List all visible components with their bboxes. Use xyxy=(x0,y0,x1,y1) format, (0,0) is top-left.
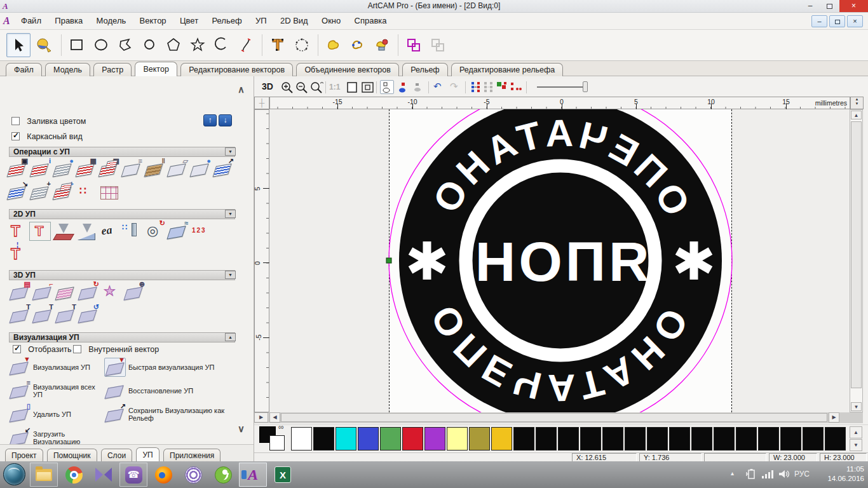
menu-2dview[interactable]: 2D Вид xyxy=(275,13,314,25)
tab-file[interactable]: Файл xyxy=(6,63,42,77)
drill-toolpath-icon[interactable]: ∷ xyxy=(121,222,142,241)
toolpath-notes-icon[interactable]: ≡ xyxy=(121,159,142,179)
menu-window[interactable]: Окно xyxy=(316,13,346,25)
window-restore-button[interactable] xyxy=(820,0,839,12)
palette-swatch[interactable] xyxy=(558,427,579,451)
toolpath-operations-header[interactable]: Операции с УП xyxy=(9,147,235,157)
inlay-toolpath-icon[interactable] xyxy=(6,245,28,264)
tool-database-icon[interactable]: ‖ xyxy=(144,159,165,179)
language-indicator[interactable]: РУС xyxy=(794,470,810,478)
2d-toolpaths-header[interactable]: 2D УП xyxy=(9,209,235,219)
save-simulation-item[interactable]: ↗ Сохранить Визуализацию как Рельеф xyxy=(104,405,250,424)
taskbar-chrome-button[interactable] xyxy=(60,463,88,487)
arc-tool-button[interactable] xyxy=(210,33,234,57)
vector-start-node[interactable] xyxy=(386,258,391,263)
spiral-machining-icon[interactable]: ↻ xyxy=(78,283,99,302)
simulate-all-item[interactable]: ≡ Визуализация всех УП xyxy=(9,381,104,400)
taskbar-media-viewer-button[interactable] xyxy=(209,463,237,487)
volume-icon[interactable] xyxy=(778,468,790,482)
2d-toolpaths-collapse-button[interactable]: ▼ xyxy=(225,210,236,218)
bevel-carve-icon[interactable] xyxy=(75,222,97,241)
tab-model[interactable]: Модель xyxy=(45,63,90,77)
primary-colour-indicator[interactable]: ∞ xyxy=(259,426,287,452)
wireframe-checkbox[interactable] xyxy=(11,132,20,140)
window-minimize-button[interactable]: – xyxy=(801,0,820,12)
palette-swatch[interactable] xyxy=(402,427,423,451)
quick-simulate-item[interactable]: ▼ Быстрая визуализация УП xyxy=(104,358,250,377)
star-tool-button[interactable] xyxy=(186,33,210,57)
export-toolpath-icon[interactable]: ↗ xyxy=(212,159,234,179)
taskbar-artcam-button[interactable]: A xyxy=(239,463,267,487)
3d-toolpaths-header[interactable]: 3D УП xyxy=(9,270,235,280)
pan-mode-button[interactable]: ▶ xyxy=(254,412,268,423)
taskbar-excel-button[interactable]: X xyxy=(269,463,297,487)
measure-tool-button[interactable] xyxy=(32,33,56,57)
tab-assistant[interactable]: Помощник xyxy=(47,449,97,461)
nest-toolpaths-icon[interactable]: ∷ xyxy=(75,182,97,201)
machine-border-icon[interactable] xyxy=(100,283,122,302)
panel-scroll-down-icon[interactable]: ∨ xyxy=(238,423,245,435)
delete-simulation-item[interactable]: ▯ Удалить УП xyxy=(9,405,104,424)
zoom-in-button[interactable] xyxy=(280,80,295,94)
delete-material-icon[interactable]: ● xyxy=(189,159,211,179)
toolpath-operations-collapse-button[interactable]: ▼ xyxy=(225,147,236,156)
window-close-button[interactable]: × xyxy=(839,0,868,12)
import-toolpath-icon[interactable]: ↘ xyxy=(6,182,28,201)
toolpath-template-icon[interactable] xyxy=(98,182,119,201)
simulate-block-icon[interactable]: ● xyxy=(52,159,74,179)
child-close-button[interactable]: × xyxy=(847,15,863,27)
freeform-tool-button[interactable] xyxy=(113,33,137,57)
zoom-1to1-button[interactable]: 1:1 xyxy=(329,83,340,97)
snap-centers-button[interactable] xyxy=(510,80,522,94)
tab-project[interactable]: Проект xyxy=(5,449,43,461)
palette-down-button[interactable]: ▼ xyxy=(850,439,862,451)
scroll-left-button[interactable]: ◀ xyxy=(269,412,280,423)
rectangle-tool-button[interactable] xyxy=(65,33,89,57)
menu-vector[interactable]: Вектор xyxy=(134,13,172,25)
smart-engraving-icon[interactable] xyxy=(98,222,119,241)
snap-objects-button[interactable] xyxy=(470,80,482,94)
zoom-objects-button[interactable] xyxy=(360,80,376,94)
palette-swatch[interactable] xyxy=(336,427,356,451)
toolpath-summary-icon[interactable]: i xyxy=(29,159,51,179)
trim-vectors-button[interactable] xyxy=(370,33,394,57)
relief-toolpath-3-icon[interactable]: T xyxy=(55,306,76,325)
palette-swatch[interactable] xyxy=(424,427,445,451)
tab-layers[interactable]: Слои xyxy=(101,449,132,461)
polyline-tool-button[interactable] xyxy=(234,33,258,57)
tab-vector-editing[interactable]: Редактирование векторов xyxy=(180,63,293,77)
palette-swatch[interactable] xyxy=(780,427,801,451)
child-restore-button[interactable] xyxy=(829,15,845,27)
feature-machining-icon[interactable]: ⌐ xyxy=(32,283,53,302)
palette-swatch[interactable] xyxy=(491,427,512,451)
palette-swatch[interactable] xyxy=(313,427,334,451)
batch-calculate-icon[interactable]: ▦ xyxy=(98,159,119,179)
fluting-icon[interactable]: ≈ xyxy=(166,222,188,241)
z-level-roughing-icon[interactable] xyxy=(55,283,76,302)
simulate-toolpath-item[interactable]: ▼ Визуализация УП xyxy=(9,358,104,377)
undo-relief-icon[interactable]: ↺ xyxy=(78,306,99,325)
horizontal-scrollbar[interactable]: ▶ ◀ ▶ xyxy=(254,412,863,423)
group-vectors-button[interactable] xyxy=(402,33,426,57)
menu-model[interactable]: Модель xyxy=(91,13,132,25)
weld-vectors-button[interactable] xyxy=(322,33,346,57)
palette-swatch[interactable] xyxy=(714,427,735,451)
relief-toolpath-1-icon[interactable]: T xyxy=(9,306,31,325)
tray-hidden-icons-button[interactable]: ▴ xyxy=(731,470,734,477)
palette-up-button[interactable]: ▲ xyxy=(850,426,862,438)
tab-relief-editing[interactable]: Редактирование рельефа xyxy=(451,63,563,77)
horizontal-scroll-thumb[interactable] xyxy=(281,413,827,422)
ruler-origin-button[interactable]: ┼ xyxy=(254,97,269,109)
taskbar-bitcomet-button[interactable] xyxy=(179,463,207,487)
profile-toolpath-icon[interactable] xyxy=(6,222,28,241)
tab-vector[interactable]: Вектор xyxy=(135,62,177,76)
toolpath-simulation-header[interactable]: Визуализация УП xyxy=(9,332,235,342)
vertical-scroll-thumb[interactable] xyxy=(851,121,862,388)
text-on-circle-tool-button[interactable] xyxy=(290,33,314,57)
tab-addins[interactable]: Приложения xyxy=(163,449,220,461)
menu-toolpaths[interactable]: УП xyxy=(250,13,273,25)
relief-toolpath-2-icon[interactable]: T xyxy=(32,306,53,325)
power-icon[interactable] xyxy=(746,468,757,482)
3d-view-button[interactable]: 3D xyxy=(262,81,273,95)
tab-bitmap[interactable]: Растр xyxy=(93,63,132,77)
